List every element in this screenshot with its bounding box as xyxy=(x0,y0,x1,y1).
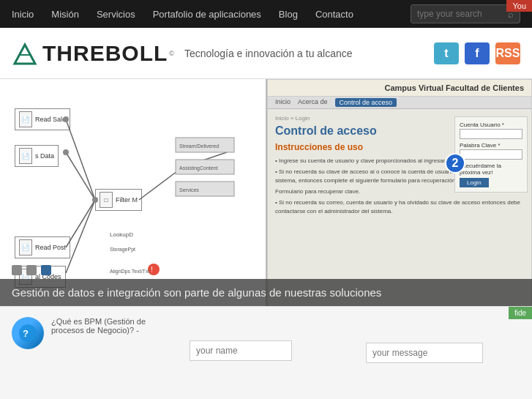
svg-text:AssistingContent: AssistingContent xyxy=(179,165,218,171)
logo-area: THREBOLL © Tecnología e innovación a tu … xyxy=(12,40,434,67)
campus-header: Campus Virtual Facultad de Clientes xyxy=(268,80,531,97)
social-icons: t f RSS xyxy=(434,42,520,64)
bottom-center xyxy=(179,307,356,399)
svg-text:Services: Services xyxy=(179,187,199,193)
bottom-section: fide ? ¿Qué es BPM (Gestión de procesos … xyxy=(0,306,532,399)
svg-rect-11 xyxy=(176,138,234,152)
svg-text:?: ? xyxy=(23,328,29,339)
diag-icon-2: 📄 xyxy=(19,148,32,164)
slider-dot-3[interactable] xyxy=(41,265,51,275)
campus-nav-acerca[interactable]: Acerca de xyxy=(298,98,328,107)
nav-item-blog[interactable]: Blog xyxy=(279,9,298,20)
svg-text:LookupD: LookupD xyxy=(110,231,133,238)
svg-text:AlignDps Text/Txt: AlignDps Text/Txt xyxy=(110,269,149,275)
user-input[interactable] xyxy=(460,129,522,139)
svg-text:!: ! xyxy=(151,266,153,274)
slider-dots xyxy=(12,265,51,275)
you-label: You xyxy=(506,0,532,12)
bottom-right xyxy=(356,307,532,399)
slider-dot-1[interactable] xyxy=(12,265,22,275)
svg-text:StoragePpt: StoragePpt xyxy=(110,247,135,253)
logo-icon xyxy=(12,40,38,67)
campus-body: Inicio » Login Control de acceso Instruc… xyxy=(268,109,531,224)
diagram-node-3: □ Filter M xyxy=(95,189,142,211)
bpm-question: ¿Qué es BPM (Gestión de procesos de Nego… xyxy=(51,317,168,335)
nav-item-inicio[interactable]: Inicio xyxy=(12,9,34,20)
diagram-node-2: 📄 s Data xyxy=(15,145,59,167)
svg-point-10 xyxy=(63,149,69,155)
svg-line-6 xyxy=(139,167,183,200)
svg-line-2 xyxy=(66,119,95,200)
slider: 📄 Read Sale 📄 s Data □ Filter M 📄 Read P… xyxy=(0,79,532,306)
search-input[interactable] xyxy=(417,9,505,19)
diag-icon-1: 📄 xyxy=(19,111,32,127)
twitter-button[interactable]: t xyxy=(434,42,459,64)
login-button[interactable]: Login xyxy=(460,178,489,187)
bpm-icon: ? xyxy=(12,317,44,349)
campus-instruction-4: • Si no recuerda su correo, cuenta de us… xyxy=(275,198,524,216)
your-name-input[interactable] xyxy=(190,340,292,361)
diagram-node-4: 📄 Read Post xyxy=(15,236,70,258)
main-area: 📄 Read Sale 📄 s Data □ Filter M 📄 Read P… xyxy=(0,79,532,306)
diag-icon-3: □ xyxy=(100,192,113,208)
bpm-text-area: ¿Qué es BPM (Gestión de procesos de Nego… xyxy=(51,317,168,335)
diag-icon-4: 📄 xyxy=(19,239,32,256)
campus-header-text: Campus Virtual Facultad de Clientes xyxy=(384,83,524,92)
svg-line-3 xyxy=(66,152,95,200)
diag-node-label-2: s Data xyxy=(35,152,54,160)
svg-rect-13 xyxy=(176,160,234,174)
campus-panel: Campus Virtual Facultad de Clientes Inic… xyxy=(267,79,532,306)
password-label: Palabra Clave * xyxy=(460,142,522,149)
nav-item-servicios[interactable]: Servicios xyxy=(97,9,135,20)
overlay-text: Gestión de datos e integración son parte… xyxy=(0,279,532,306)
bottom-left: ? ¿Qué es BPM (Gestión de procesos de Ne… xyxy=(0,307,179,399)
nav-item-portafolio[interactable]: Portafolio de aplicaciones xyxy=(153,9,261,20)
campus-form: Cuenta Usuario * Palabra Clave * ¡Recuér… xyxy=(454,116,528,193)
badge-2: 2 xyxy=(445,153,465,174)
diagram-content: 📄 Read Sale 📄 s Data □ Filter M 📄 Read P… xyxy=(7,94,256,284)
slider-dot-2[interactable] xyxy=(26,265,37,275)
campus-nav-control[interactable]: Control de acceso xyxy=(335,98,397,107)
user-label: Cuenta Usuario * xyxy=(460,122,522,128)
diag-node-label-1: Read Sale xyxy=(35,116,66,123)
fide-badge[interactable]: fide xyxy=(509,307,532,319)
password-input[interactable] xyxy=(460,149,522,160)
your-message-input[interactable] xyxy=(366,343,483,363)
diag-node-label-3: Filter M xyxy=(116,196,138,204)
facebook-button[interactable]: f xyxy=(465,42,490,64)
svg-line-7 xyxy=(183,152,227,167)
bpm-svg-icon: ? xyxy=(18,323,38,343)
nav-item-contacto[interactable]: Contacto xyxy=(315,9,353,20)
logo-copyright: © xyxy=(169,50,174,57)
nav-item-mision[interactable]: Misión xyxy=(51,9,79,20)
svg-point-18 xyxy=(148,264,160,275)
remember-label: ¡Recuérdame la próxima vez! xyxy=(460,163,522,176)
diagram-node-1: 📄 Read Sale xyxy=(15,108,70,130)
campus-nav-bar: Inicio Acerca de Control de acceso xyxy=(268,97,531,109)
rss-button[interactable]: RSS xyxy=(495,42,520,64)
diag-node-label-4: Read Post xyxy=(35,244,66,251)
svg-rect-15 xyxy=(176,182,234,196)
logo-text: THREBOLL xyxy=(42,41,168,66)
top-navigation: Inicio Misión Servicios Portafolio de ap… xyxy=(0,0,532,28)
svg-text:Stream/Delivered: Stream/Delivered xyxy=(179,143,219,149)
campus-nav-inicio[interactable]: Inicio xyxy=(275,98,291,107)
logo-tagline: Tecnología e innovación a tu alcance xyxy=(184,48,353,59)
logo-bar: THREBOLL © Tecnología e innovación a tu … xyxy=(0,28,532,79)
search-box: ⌕ xyxy=(411,4,520,23)
